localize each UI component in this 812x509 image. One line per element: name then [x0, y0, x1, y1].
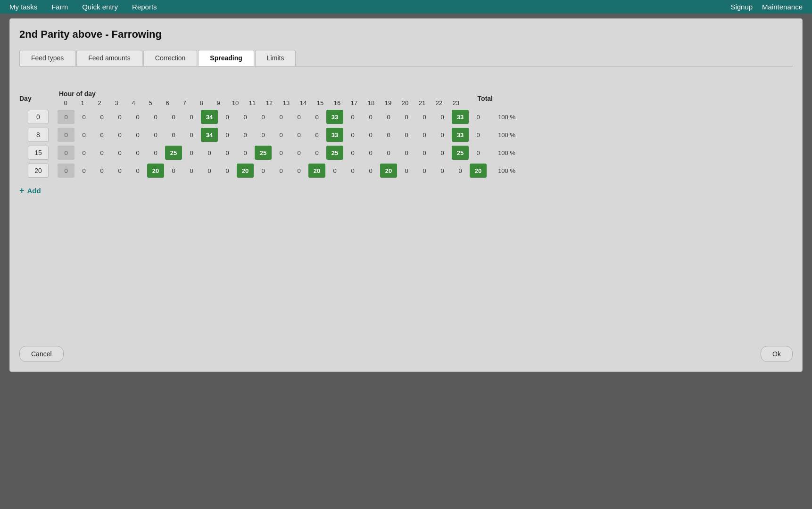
cell-row0-col5[interactable]: 0 [147, 110, 164, 124]
cell-row2-col20[interactable]: 0 [416, 146, 433, 160]
cancel-button[interactable]: Cancel [19, 346, 64, 362]
tab-feed-amounts[interactable]: Feed amounts [76, 50, 142, 66]
nav-quick-entry[interactable]: Quick entry [82, 3, 118, 11]
cell-row3-col14[interactable]: 20 [308, 164, 325, 178]
cell-row3-col12[interactable]: 0 [273, 164, 290, 178]
cell-row1-col7[interactable]: 0 [183, 128, 200, 142]
cell-row1-col18[interactable]: 0 [380, 128, 397, 142]
cell-row1-col22[interactable]: 33 [452, 128, 469, 142]
cell-row3-col13[interactable]: 0 [290, 164, 307, 178]
cell-row2-col16[interactable]: 0 [344, 146, 361, 160]
cell-row3-col15[interactable]: 0 [326, 164, 343, 178]
cell-row1-col21[interactable]: 0 [434, 128, 451, 142]
cell-row0-col17[interactable]: 0 [362, 110, 379, 124]
cell-row2-col15[interactable]: 25 [326, 146, 343, 160]
cell-row2-col17[interactable]: 0 [362, 146, 379, 160]
cell-row2-col23[interactable]: 0 [470, 146, 487, 160]
cell-row2-col13[interactable]: 0 [290, 146, 307, 160]
cell-row1-col11[interactable]: 0 [255, 128, 272, 142]
cell-row2-col3[interactable]: 0 [111, 146, 128, 160]
day-box-15[interactable]: 15 [28, 146, 49, 160]
cell-row1-col4[interactable]: 0 [129, 128, 146, 142]
cell-row0-col3[interactable]: 0 [111, 110, 128, 124]
cell-row3-col18[interactable]: 20 [380, 164, 397, 178]
cell-row3-col6[interactable]: 0 [165, 164, 182, 178]
cell-row3-col20[interactable]: 0 [416, 164, 433, 178]
cell-row1-col15[interactable]: 33 [326, 128, 343, 142]
cell-row2-col7[interactable]: 0 [183, 146, 200, 160]
cell-row2-col21[interactable]: 0 [434, 146, 451, 160]
cell-row3-col8[interactable]: 0 [201, 164, 218, 178]
cell-row0-col23[interactable]: 0 [470, 110, 487, 124]
day-box-20[interactable]: 20 [28, 164, 49, 178]
cell-row2-col19[interactable]: 0 [398, 146, 415, 160]
cell-row3-col16[interactable]: 0 [344, 164, 361, 178]
cell-row2-col12[interactable]: 0 [273, 146, 290, 160]
cell-row0-col22[interactable]: 33 [452, 110, 469, 124]
cell-row1-col17[interactable]: 0 [362, 128, 379, 142]
cell-row3-col7[interactable]: 0 [183, 164, 200, 178]
cell-row0-col0[interactable]: 0 [58, 110, 75, 124]
cell-row0-col4[interactable]: 0 [129, 110, 146, 124]
tab-spreading[interactable]: Spreading [198, 50, 254, 66]
cell-row1-col3[interactable]: 0 [111, 128, 128, 142]
cell-row1-col0[interactable]: 0 [58, 128, 75, 142]
cell-row1-col1[interactable]: 0 [75, 128, 92, 142]
add-button[interactable]: + Add [19, 186, 793, 196]
cell-row0-col18[interactable]: 0 [380, 110, 397, 124]
cell-row3-col23[interactable]: 20 [470, 164, 487, 178]
cell-row2-col10[interactable]: 0 [237, 146, 254, 160]
tab-limits[interactable]: Limits [255, 50, 296, 66]
cell-row3-col17[interactable]: 0 [362, 164, 379, 178]
cell-row1-col9[interactable]: 0 [219, 128, 236, 142]
cell-row3-col9[interactable]: 0 [219, 164, 236, 178]
cell-row2-col8[interactable]: 0 [201, 146, 218, 160]
cell-row0-col20[interactable]: 0 [416, 110, 433, 124]
cell-row1-col20[interactable]: 0 [416, 128, 433, 142]
cell-row2-col14[interactable]: 0 [308, 146, 325, 160]
cell-row3-col3[interactable]: 0 [111, 164, 128, 178]
cell-row2-col6[interactable]: 25 [165, 146, 182, 160]
nav-farm[interactable]: Farm [51, 3, 68, 11]
day-box-8[interactable]: 8 [28, 128, 49, 142]
cell-row0-col9[interactable]: 0 [219, 110, 236, 124]
tab-correction[interactable]: Correction [143, 50, 198, 66]
cell-row0-col1[interactable]: 0 [75, 110, 92, 124]
nav-my-tasks[interactable]: My tasks [9, 3, 37, 11]
nav-reports[interactable]: Reports [132, 3, 157, 11]
cell-row3-col0[interactable]: 0 [58, 164, 75, 178]
cell-row0-col10[interactable]: 0 [237, 110, 254, 124]
tab-feed-types[interactable]: Feed types [19, 50, 75, 66]
cell-row3-col19[interactable]: 0 [398, 164, 415, 178]
cell-row3-col11[interactable]: 0 [255, 164, 272, 178]
day-box-0[interactable]: 0 [28, 110, 49, 124]
cell-row2-col5[interactable]: 0 [147, 146, 164, 160]
cell-row0-col21[interactable]: 0 [434, 110, 451, 124]
cell-row2-col9[interactable]: 0 [219, 146, 236, 160]
cell-row0-col7[interactable]: 0 [183, 110, 200, 124]
cell-row3-col4[interactable]: 0 [129, 164, 146, 178]
cell-row0-col2[interactable]: 0 [93, 110, 110, 124]
cell-row0-col15[interactable]: 33 [326, 110, 343, 124]
cell-row1-col10[interactable]: 0 [237, 128, 254, 142]
cell-row3-col21[interactable]: 0 [434, 164, 451, 178]
cell-row1-col6[interactable]: 0 [165, 128, 182, 142]
cell-row2-col11[interactable]: 25 [255, 146, 272, 160]
cell-row1-col19[interactable]: 0 [398, 128, 415, 142]
cell-row2-col4[interactable]: 0 [129, 146, 146, 160]
cell-row2-col22[interactable]: 25 [452, 146, 469, 160]
cell-row3-col1[interactable]: 0 [75, 164, 92, 178]
cell-row1-col23[interactable]: 0 [470, 128, 487, 142]
nav-maintenance[interactable]: Maintenance [762, 3, 803, 11]
cell-row0-col11[interactable]: 0 [255, 110, 272, 124]
cell-row3-col2[interactable]: 0 [93, 164, 110, 178]
cell-row2-col2[interactable]: 0 [93, 146, 110, 160]
cell-row1-col14[interactable]: 0 [308, 128, 325, 142]
cell-row0-col13[interactable]: 0 [290, 110, 307, 124]
ok-button[interactable]: Ok [761, 346, 793, 362]
cell-row0-col16[interactable]: 0 [344, 110, 361, 124]
cell-row0-col8[interactable]: 34 [201, 110, 218, 124]
cell-row1-col16[interactable]: 0 [344, 128, 361, 142]
cell-row0-col6[interactable]: 0 [165, 110, 182, 124]
cell-row2-col0[interactable]: 0 [58, 146, 75, 160]
